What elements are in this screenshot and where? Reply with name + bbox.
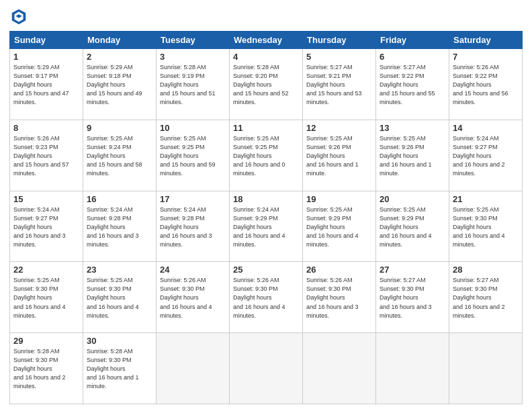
day-number: 5 — [306, 52, 372, 62]
day-info: Sunrise: 5:25 AMSunset: 9:29 PMDaylight … — [380, 205, 445, 249]
day-info: Sunrise: 5:25 AMSunset: 9:30 PMDaylight … — [453, 205, 519, 249]
day-info: Sunrise: 5:27 AMSunset: 9:22 PMDaylight … — [380, 63, 445, 107]
calendar-cell: 4 Sunrise: 5:28 AMSunset: 9:20 PMDayligh… — [230, 49, 303, 120]
day-info: Sunrise: 5:26 AMSunset: 9:30 PMDaylight … — [160, 276, 226, 320]
calendar-cell: 9 Sunrise: 5:25 AMSunset: 9:24 PMDayligh… — [83, 120, 157, 191]
calendar-cell: 2 Sunrise: 5:29 AMSunset: 9:18 PMDayligh… — [83, 49, 157, 120]
day-info: Sunrise: 5:28 AMSunset: 9:19 PMDaylight … — [160, 63, 226, 107]
day-info: Sunrise: 5:24 AMSunset: 9:27 PMDaylight … — [453, 134, 519, 178]
calendar-cell: 5 Sunrise: 5:27 AMSunset: 9:21 PMDayligh… — [303, 49, 376, 120]
day-number: 8 — [13, 123, 79, 133]
day-number: 16 — [87, 194, 152, 204]
day-info: Sunrise: 5:29 AMSunset: 9:18 PMDaylight … — [87, 63, 152, 107]
day-number: 14 — [453, 123, 519, 133]
day-info: Sunrise: 5:28 AMSunset: 9:30 PMDaylight … — [13, 347, 79, 391]
day-number: 27 — [380, 265, 445, 275]
day-info: Sunrise: 5:26 AMSunset: 9:30 PMDaylight … — [306, 276, 372, 320]
header — [9, 7, 523, 26]
day-number: 2 — [87, 52, 152, 62]
day-info: Sunrise: 5:27 AMSunset: 9:30 PMDaylight … — [453, 276, 519, 320]
day-info: Sunrise: 5:26 AMSunset: 9:23 PMDaylight … — [13, 134, 79, 178]
day-info: Sunrise: 5:24 AMSunset: 9:29 PMDaylight … — [233, 205, 299, 249]
calendar-cell: 10 Sunrise: 5:25 AMSunset: 9:25 PMDaylig… — [157, 120, 230, 191]
day-number: 12 — [306, 123, 372, 133]
day-info: Sunrise: 5:26 AMSunset: 9:30 PMDaylight … — [233, 276, 299, 320]
day-info: Sunrise: 5:25 AMSunset: 9:25 PMDaylight … — [233, 134, 299, 178]
calendar-cell: 22 Sunrise: 5:25 AMSunset: 9:30 PMDaylig… — [10, 262, 83, 333]
day-info: Sunrise: 5:27 AMSunset: 9:30 PMDaylight … — [380, 276, 445, 320]
calendar-cell: 3 Sunrise: 5:28 AMSunset: 9:19 PMDayligh… — [157, 49, 230, 120]
calendar-cell: 13 Sunrise: 5:25 AMSunset: 9:26 PMDaylig… — [376, 120, 449, 191]
day-number: 26 — [306, 265, 372, 275]
calendar-row-2: 8 Sunrise: 5:26 AMSunset: 9:23 PMDayligh… — [10, 120, 523, 191]
day-info: Sunrise: 5:24 AMSunset: 9:27 PMDaylight … — [13, 205, 79, 249]
calendar-cell: 25 Sunrise: 5:26 AMSunset: 9:30 PMDaylig… — [230, 262, 303, 333]
day-number: 19 — [306, 194, 372, 204]
calendar-row-3: 15 Sunrise: 5:24 AMSunset: 9:27 PMDaylig… — [10, 191, 523, 262]
day-number: 20 — [380, 194, 445, 204]
day-number: 29 — [13, 336, 79, 346]
calendar-cell: 6 Sunrise: 5:27 AMSunset: 9:22 PMDayligh… — [376, 49, 449, 120]
day-number: 17 — [160, 194, 226, 204]
weekday-friday: Friday — [376, 32, 449, 49]
calendar-cell: 26 Sunrise: 5:26 AMSunset: 9:30 PMDaylig… — [303, 262, 376, 333]
weekday-thursday: Thursday — [303, 32, 376, 49]
calendar-cell: 15 Sunrise: 5:24 AMSunset: 9:27 PMDaylig… — [10, 191, 83, 262]
weekday-wednesday: Wednesday — [230, 32, 303, 49]
weekday-sunday: Sunday — [10, 32, 83, 49]
calendar-cell: 17 Sunrise: 5:24 AMSunset: 9:28 PMDaylig… — [157, 191, 230, 262]
weekday-tuesday: Tuesday — [157, 32, 230, 49]
day-number: 10 — [160, 123, 226, 133]
weekday-monday: Monday — [83, 32, 157, 49]
day-info: Sunrise: 5:25 AMSunset: 9:24 PMDaylight … — [87, 134, 152, 178]
day-number: 25 — [233, 265, 299, 275]
day-info: Sunrise: 5:24 AMSunset: 9:28 PMDaylight … — [160, 205, 226, 249]
day-number: 15 — [13, 194, 79, 204]
day-number: 6 — [380, 52, 445, 62]
day-number: 13 — [380, 123, 445, 133]
day-info: Sunrise: 5:26 AMSunset: 9:22 PMDaylight … — [453, 63, 519, 107]
day-number: 28 — [453, 265, 519, 275]
calendar-cell: 11 Sunrise: 5:25 AMSunset: 9:25 PMDaylig… — [230, 120, 303, 191]
day-info: Sunrise: 5:25 AMSunset: 9:30 PMDaylight … — [87, 276, 152, 320]
calendar-row-1: 1 Sunrise: 5:29 AMSunset: 9:17 PMDayligh… — [10, 49, 523, 120]
day-number: 18 — [233, 194, 299, 204]
day-number: 30 — [87, 336, 152, 346]
page: SundayMondayTuesdayWednesdayThursdayFrid… — [0, 0, 532, 411]
calendar-cell: 29 Sunrise: 5:28 AMSunset: 9:30 PMDaylig… — [10, 333, 83, 404]
calendar-cell — [303, 333, 376, 404]
calendar-cell — [230, 333, 303, 404]
calendar-cell: 30 Sunrise: 5:28 AMSunset: 9:30 PMDaylig… — [83, 333, 157, 404]
day-number: 3 — [160, 52, 226, 62]
logo — [9, 7, 31, 26]
day-info: Sunrise: 5:25 AMSunset: 9:30 PMDaylight … — [13, 276, 79, 320]
day-info: Sunrise: 5:25 AMSunset: 9:25 PMDaylight … — [160, 134, 226, 178]
day-info: Sunrise: 5:29 AMSunset: 9:17 PMDaylight … — [13, 63, 79, 107]
calendar-cell — [376, 333, 449, 404]
day-number: 24 — [160, 265, 226, 275]
weekday-header-row: SundayMondayTuesdayWednesdayThursdayFrid… — [10, 32, 523, 49]
calendar-cell — [449, 333, 523, 404]
calendar-cell: 28 Sunrise: 5:27 AMSunset: 9:30 PMDaylig… — [449, 262, 523, 333]
calendar-cell: 12 Sunrise: 5:25 AMSunset: 9:26 PMDaylig… — [303, 120, 376, 191]
calendar-cell: 18 Sunrise: 5:24 AMSunset: 9:29 PMDaylig… — [230, 191, 303, 262]
calendar-cell: 14 Sunrise: 5:24 AMSunset: 9:27 PMDaylig… — [449, 120, 523, 191]
calendar-cell: 21 Sunrise: 5:25 AMSunset: 9:30 PMDaylig… — [449, 191, 523, 262]
day-info: Sunrise: 5:27 AMSunset: 9:21 PMDaylight … — [306, 63, 372, 107]
day-info: Sunrise: 5:25 AMSunset: 9:29 PMDaylight … — [306, 205, 372, 249]
calendar-row-5: 29 Sunrise: 5:28 AMSunset: 9:30 PMDaylig… — [10, 333, 523, 404]
calendar-cell: 20 Sunrise: 5:25 AMSunset: 9:29 PMDaylig… — [376, 191, 449, 262]
day-number: 1 — [13, 52, 79, 62]
calendar-cell: 27 Sunrise: 5:27 AMSunset: 9:30 PMDaylig… — [376, 262, 449, 333]
day-info: Sunrise: 5:28 AMSunset: 9:30 PMDaylight … — [87, 347, 152, 391]
calendar-cell: 16 Sunrise: 5:24 AMSunset: 9:28 PMDaylig… — [83, 191, 157, 262]
day-number: 11 — [233, 123, 299, 133]
calendar-cell — [157, 333, 230, 404]
day-number: 22 — [13, 265, 79, 275]
day-number: 21 — [453, 194, 519, 204]
day-number: 7 — [453, 52, 519, 62]
calendar-cell: 7 Sunrise: 5:26 AMSunset: 9:22 PMDayligh… — [449, 49, 523, 120]
calendar-cell: 8 Sunrise: 5:26 AMSunset: 9:23 PMDayligh… — [10, 120, 83, 191]
day-number: 23 — [87, 265, 152, 275]
day-number: 9 — [87, 123, 152, 133]
